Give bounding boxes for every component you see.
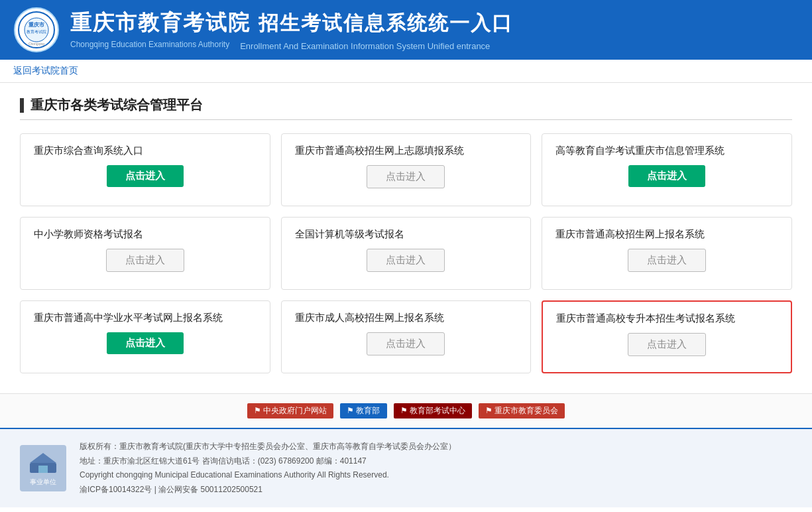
svg-text:教育考试院: 教育考试院 bbox=[27, 29, 46, 34]
org-name-cn: 重庆市教育考试院 bbox=[70, 9, 251, 38]
footer-link-3[interactable]: ⚑ 教育部考试中心 bbox=[394, 403, 472, 418]
back-home-link[interactable]: 返回考试院首页 bbox=[13, 65, 78, 76]
org-logo: 重庆市 教育考试院 Chongqing bbox=[13, 7, 60, 53]
footer-line1: 版权所有：重庆市教育考试院(重庆市大学中专招生委员会办公室、重庆市高等教育自学考… bbox=[80, 440, 456, 454]
footer-links: ⚑ 中央政府门户网站⚑ 教育部⚑ 教育部考试中心⚑ 重庆市教育委员会 bbox=[0, 393, 812, 428]
card-6: 重庆市普通高校招生网上报名系统 点击进入 bbox=[542, 217, 792, 290]
navbar: 返回考试院首页 bbox=[0, 60, 812, 83]
footer-logo-text: 事业单位 bbox=[30, 478, 56, 487]
footer-link-4[interactable]: ⚑ 重庆市教育委员会 bbox=[479, 403, 565, 418]
system-title-en: Enrollment And Examination Information S… bbox=[240, 41, 490, 51]
svg-text:重庆市: 重庆市 bbox=[29, 21, 44, 28]
card-9: 重庆市普通高校专升本招生考试报名系统 点击进入 bbox=[542, 300, 792, 373]
footer-link-1[interactable]: ⚑ 中央政府门户网站 bbox=[247, 403, 333, 418]
header: 重庆市 教育考试院 Chongqing 重庆市教育考试院 招生考试信息系统统一入… bbox=[0, 0, 812, 60]
main-content: 重庆市各类考试综合管理平台 重庆市综合查询系统入口 点击进入 重庆市普通高校招生… bbox=[0, 83, 812, 393]
card-title-2: 重庆市普通高校招生网上志愿填报系统 bbox=[295, 145, 464, 157]
footer: 事业单位 版权所有：重庆市教育考试院(重庆市大学中专招生委员会办公室、重庆市高等… bbox=[0, 428, 812, 507]
section-title: 重庆市各类考试综合管理平台 bbox=[20, 96, 792, 120]
footer-line3: Copyright chongqing Municipal Educationa… bbox=[80, 468, 456, 483]
footer-link-2[interactable]: ⚑ 教育部 bbox=[340, 403, 386, 418]
card-enter-btn-2[interactable]: 点击进入 bbox=[367, 165, 445, 188]
footer-line4: 渝ICP备10014322号 | 渝公网安备 50011202500521 bbox=[80, 483, 456, 497]
svg-rect-8 bbox=[38, 466, 48, 473]
cards-grid: 重庆市综合查询系统入口 点击进入 重庆市普通高校招生网上志愿填报系统 点击进入 … bbox=[20, 133, 792, 373]
title-bar-decoration bbox=[20, 98, 24, 113]
card-title-1: 重庆市综合查询系统入口 bbox=[34, 145, 143, 157]
card-title-5: 全国计算机等级考试报名 bbox=[295, 228, 404, 241]
svg-text:Chongqing: Chongqing bbox=[29, 42, 44, 46]
card-enter-btn-7[interactable]: 点击进入 bbox=[107, 332, 184, 354]
section-title-text: 重庆市各类考试综合管理平台 bbox=[30, 96, 203, 114]
card-1: 重庆市综合查询系统入口 点击进入 bbox=[20, 133, 270, 206]
card-enter-btn-9[interactable]: 点击进入 bbox=[628, 333, 706, 356]
footer-line2: 地址：重庆市渝北区红锦大道61号 咨询信访电话：(023) 67869200 邮… bbox=[80, 454, 456, 469]
header-title-block: 重庆市教育考试院 招生考试信息系统统一入口 Chongqing Educatio… bbox=[70, 9, 513, 51]
card-enter-btn-6[interactable]: 点击进入 bbox=[628, 249, 706, 272]
card-enter-btn-1[interactable]: 点击进入 bbox=[107, 165, 184, 187]
card-5: 全国计算机等级考试报名 点击进入 bbox=[281, 217, 532, 290]
card-title-9: 重庆市普通高校专升本招生考试报名系统 bbox=[556, 312, 735, 325]
org-name-en: Chongqing Education Examinations Authori… bbox=[70, 40, 229, 51]
footer-copyright: 版权所有：重庆市教育考试院(重庆市大学中专招生委员会办公室、重庆市高等教育自学考… bbox=[80, 440, 456, 497]
card-title-3: 高等教育自学考试重庆市信息管理系统 bbox=[555, 145, 725, 157]
footer-logo: 事业单位 bbox=[20, 445, 66, 491]
card-enter-btn-3[interactable]: 点击进入 bbox=[628, 165, 705, 187]
card-enter-btn-4[interactable]: 点击进入 bbox=[106, 249, 184, 272]
card-7: 重庆市普通高中学业水平考试网上报名系统 点击进入 bbox=[20, 300, 270, 373]
card-title-8: 重庆市成人高校招生网上报名系统 bbox=[295, 312, 444, 324]
card-title-4: 中小学教师资格考试报名 bbox=[34, 228, 143, 241]
card-8: 重庆市成人高校招生网上报名系统 点击进入 bbox=[281, 300, 532, 373]
card-title-7: 重庆市普通高中学业水平考试网上报名系统 bbox=[34, 312, 223, 324]
card-2: 重庆市普通高校招生网上志愿填报系统 点击进入 bbox=[281, 133, 532, 206]
card-title-6: 重庆市普通高校招生网上报名系统 bbox=[555, 228, 705, 241]
card-enter-btn-8[interactable]: 点击进入 bbox=[367, 332, 445, 355]
svg-marker-7 bbox=[30, 453, 56, 463]
card-4: 中小学教师资格考试报名 点击进入 bbox=[20, 217, 270, 290]
card-3: 高等教育自学考试重庆市信息管理系统 点击进入 bbox=[542, 133, 792, 206]
card-enter-btn-5[interactable]: 点击进入 bbox=[367, 249, 445, 272]
system-title-cn: 招生考试信息系统统一入口 bbox=[259, 10, 513, 37]
